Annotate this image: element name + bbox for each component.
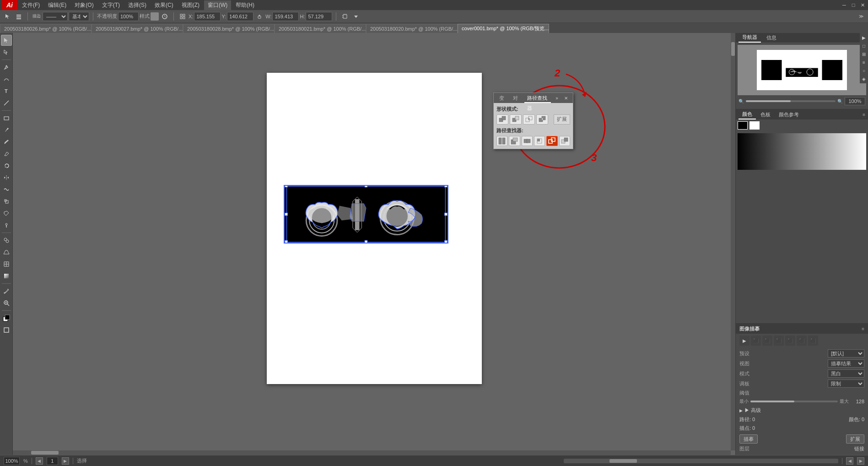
finder-outline-btn[interactable]: [546, 136, 557, 146]
info-tab[interactable]: 信息: [763, 33, 780, 42]
pen-tool[interactable]: [1, 62, 12, 73]
tab-3[interactable]: 200503180021.bmp* @ 100% (RGB/... ✕: [275, 24, 366, 33]
tab-5[interactable]: cover0001.bmp* @ 100% (RGB/预览... ✕: [458, 24, 549, 33]
w-input[interactable]: [272, 12, 299, 21]
trace-menu-btn[interactable]: ≡: [862, 326, 864, 331]
shape-minus-front-btn[interactable]: [510, 114, 522, 125]
line-tool[interactable]: [1, 98, 12, 108]
shape-unite-btn[interactable]: [496, 114, 508, 125]
prev-page-btn[interactable]: ◀: [36, 457, 43, 465]
canvas-hscroll-thumb[interactable]: [31, 451, 59, 455]
panel-toggle-btn[interactable]: ≫: [856, 11, 866, 22]
align-tab[interactable]: 对齐: [510, 93, 524, 103]
trace-icon-btn-6[interactable]: ⬛: [808, 336, 818, 346]
canvas-area[interactable]: 2 3: [13, 33, 735, 455]
scroll-left-btn[interactable]: ◀: [846, 457, 853, 465]
trace-icon-btn-5[interactable]: ⬛: [797, 336, 807, 346]
finder-merge-btn[interactable]: [522, 136, 533, 146]
tab-4[interactable]: 200503180020.bmp* @ 100% (RGB/... ✕: [366, 24, 458, 33]
gradient-tool[interactable]: [1, 271, 12, 282]
threshold-slider[interactable]: [750, 401, 838, 402]
panel-icon-5[interactable]: ○: [860, 67, 868, 74]
finder-trim-btn[interactable]: [509, 136, 520, 146]
panel-icon-3[interactable]: ⊞: [860, 50, 868, 58]
menu-text[interactable]: 文字(T): [98, 0, 124, 10]
menu-view[interactable]: 视图(Z): [178, 0, 203, 10]
color-ref-tab[interactable]: 颜色参考: [775, 110, 803, 119]
fill-swatch[interactable]: [738, 121, 748, 130]
zoom-input[interactable]: [845, 97, 865, 105]
zoom-out-icon[interactable]: 🔍: [739, 99, 744, 104]
shape-exclude-btn[interactable]: [536, 114, 548, 125]
eraser-tool[interactable]: [1, 148, 12, 159]
zoom-status-input[interactable]: [4, 457, 20, 465]
scroll-right-btn[interactable]: ▶: [857, 457, 864, 465]
panel-icon-1[interactable]: ▶: [860, 34, 868, 41]
canvas-hscroll[interactable]: [13, 450, 731, 455]
transform-btn[interactable]: [340, 11, 350, 22]
mesh-tool[interactable]: [1, 259, 12, 270]
selection-tool-btn[interactable]: [3, 11, 13, 22]
window-restore-btn[interactable]: □: [850, 1, 857, 9]
more-options-btn[interactable]: [351, 11, 361, 22]
fill-color-swatch[interactable]: [1, 313, 12, 324]
trace-icon-btn-3[interactable]: ⬛: [774, 336, 784, 346]
panel-icon-6[interactable]: ◈: [860, 75, 868, 82]
preset-select[interactable]: [默认]: [828, 349, 864, 358]
tab-1[interactable]: 200503180027.bmp* @ 100% (RGB/... ✕: [92, 24, 183, 33]
swatches-tab[interactable]: 色板: [757, 110, 774, 119]
tab-0[interactable]: 200503180026.bmp* @ 100% (RGB/... ✕: [0, 24, 92, 33]
view-select[interactable]: 描摹结果: [828, 359, 864, 368]
bottom-scrollbar[interactable]: [564, 459, 838, 463]
next-page-btn[interactable]: ▶: [62, 457, 69, 465]
lock-proportions-btn[interactable]: [254, 11, 264, 22]
menu-help[interactable]: 帮助(H): [232, 0, 258, 10]
free-transform-tool[interactable]: [1, 208, 12, 219]
pathfinder-close[interactable]: ✕: [562, 94, 570, 102]
pathfinder-tab[interactable]: 路径查找器: [524, 93, 551, 103]
color-gradient-bar[interactable]: [738, 133, 866, 170]
style-extra-btn[interactable]: [160, 11, 170, 22]
expand-label[interactable]: 扩展: [554, 114, 570, 125]
shape-intersect-btn[interactable]: [523, 114, 535, 125]
zoom-tool[interactable]: [1, 298, 12, 309]
bottom-scrollbar-thumb[interactable]: [609, 459, 637, 463]
pencil-tool[interactable]: [1, 136, 12, 147]
trace-btn[interactable]: 描摹: [739, 434, 758, 444]
pathfinder-double-arrow[interactable]: »: [553, 94, 561, 102]
change-screen-mode-btn[interactable]: [1, 325, 12, 336]
select-tool[interactable]: [1, 35, 12, 46]
puppet-warp-tool[interactable]: [1, 220, 12, 231]
warp-tool[interactable]: [1, 184, 12, 195]
scale-tool[interactable]: [1, 196, 12, 207]
finder-minus-back-btn[interactable]: [559, 136, 570, 146]
page-input[interactable]: [47, 457, 58, 465]
finder-crop-btn[interactable]: [534, 136, 545, 146]
rectangle-tool[interactable]: [1, 113, 12, 124]
menu-edit[interactable]: 编辑(E): [44, 0, 70, 10]
y-input[interactable]: [227, 12, 253, 21]
trace-play-btn[interactable]: ▶: [739, 336, 749, 346]
panel-icon-4[interactable]: ≡: [860, 59, 868, 66]
menu-object[interactable]: 对象(O): [71, 0, 97, 10]
expand-btn[interactable]: 扩展: [846, 434, 864, 444]
trace-icon-btn-4[interactable]: ⬛: [785, 336, 795, 346]
stroke-style-select[interactable]: 基本: [69, 12, 89, 21]
curvature-tool[interactable]: [1, 74, 12, 85]
advanced-section[interactable]: ▶ ▶ 高级: [739, 406, 864, 415]
navigator-tab[interactable]: 导航器: [739, 33, 761, 43]
canvas-image-object[interactable]: [284, 185, 448, 244]
grid-btn[interactable]: [178, 11, 188, 22]
opacity-input[interactable]: [118, 12, 139, 21]
menu-select[interactable]: 选择(S): [124, 0, 150, 10]
rotate-tool[interactable]: [1, 160, 12, 171]
trace-icon-btn-1[interactable]: ⬛: [751, 336, 761, 346]
canvas-vscroll[interactable]: [731, 33, 735, 450]
x-input[interactable]: [194, 12, 221, 21]
color-menu-btn[interactable]: ≡: [863, 112, 865, 117]
eyedropper-tool[interactable]: [1, 286, 12, 297]
palette-select[interactable]: 限制: [828, 379, 864, 388]
tab-2[interactable]: 200503180028.bmp* @ 100% (RGB/... ✕: [183, 24, 275, 33]
zoom-slider[interactable]: [746, 100, 836, 102]
type-tool[interactable]: T: [1, 86, 12, 97]
